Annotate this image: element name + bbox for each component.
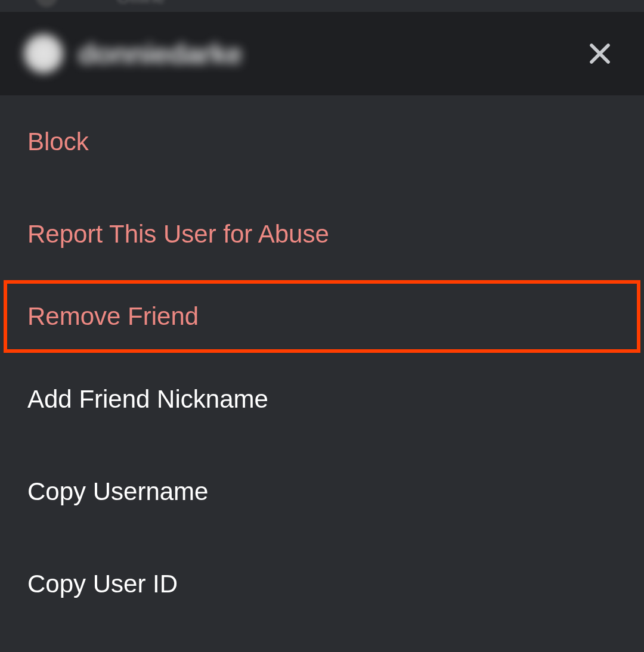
username-label: donniedarke <box>78 38 242 70</box>
menu-label: Remove Friend <box>27 302 199 331</box>
user-avatar <box>24 34 63 73</box>
background-status: Offline <box>117 0 165 7</box>
menu-item-copy-username[interactable]: Copy Username <box>0 445 644 538</box>
menu-item-report[interactable]: Report This User for Abuse <box>0 188 644 280</box>
menu-label: Copy Username <box>27 477 208 506</box>
menu-item-copy-user-id[interactable]: Copy User ID <box>0 538 644 630</box>
menu-label: Copy User ID <box>27 570 178 598</box>
menu-item-remove-friend[interactable]: Remove Friend <box>4 280 640 353</box>
menu-item-add-nickname[interactable]: Add Friend Nickname <box>0 353 644 445</box>
close-icon <box>586 39 614 68</box>
context-menu: Block Report This User for Abuse Remove … <box>0 95 644 652</box>
menu-label: Block <box>27 128 89 156</box>
user-info: donniedarke <box>24 34 242 73</box>
background-strip: Offline <box>0 0 644 12</box>
menu-label: Add Friend Nickname <box>27 385 268 414</box>
close-button[interactable] <box>580 33 620 74</box>
menu-item-block[interactable]: Block <box>0 95 644 188</box>
sheet-header: donniedarke <box>0 12 644 95</box>
menu-label: Report This User for Abuse <box>27 220 329 249</box>
background-avatar <box>36 0 57 7</box>
